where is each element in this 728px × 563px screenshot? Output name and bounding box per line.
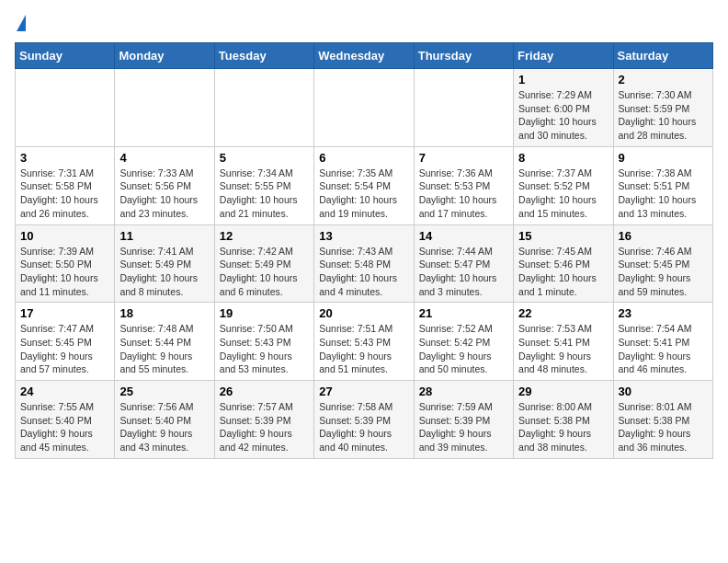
day-info: Sunrise: 7:31 AMSunset: 5:58 PMDaylight:… — [20, 167, 109, 221]
day-number: 16 — [619, 229, 708, 243]
day-number: 19 — [220, 306, 309, 320]
day-number: 6 — [319, 151, 408, 165]
logo-triangle-icon — [17, 15, 26, 31]
day-info: Sunrise: 7:48 AMSunset: 5:44 PMDaylight:… — [119, 322, 209, 376]
calendar-cell: 21Sunrise: 7:52 AMSunset: 5:42 PMDayligh… — [414, 303, 513, 381]
calendar-cell: 5Sunrise: 7:34 AMSunset: 5:55 PMDaylight… — [214, 146, 313, 224]
calendar-cell — [214, 69, 313, 147]
calendar-cell — [115, 69, 214, 147]
calendar-cell: 25Sunrise: 7:56 AMSunset: 5:40 PMDayligh… — [115, 381, 214, 459]
day-info: Sunrise: 7:54 AMSunset: 5:41 PMDaylight:… — [619, 322, 708, 376]
day-number: 26 — [220, 385, 309, 398]
day-info: Sunrise: 7:42 AMSunset: 5:49 PMDaylight:… — [220, 245, 309, 299]
day-number: 5 — [220, 151, 309, 165]
calendar-cell: 15Sunrise: 7:45 AMSunset: 5:46 PMDayligh… — [514, 224, 613, 303]
calendar-cell: 27Sunrise: 7:58 AMSunset: 5:39 PMDayligh… — [314, 381, 414, 459]
calendar-week-row: 17Sunrise: 7:47 AMSunset: 5:45 PMDayligh… — [16, 303, 713, 381]
day-number: 9 — [619, 151, 708, 165]
calendar-cell: 26Sunrise: 7:57 AMSunset: 5:39 PMDayligh… — [214, 381, 313, 459]
calendar-cell: 6Sunrise: 7:35 AMSunset: 5:54 PMDaylight… — [314, 146, 414, 224]
calendar-cell: 12Sunrise: 7:42 AMSunset: 5:49 PMDayligh… — [214, 224, 313, 303]
calendar-cell: 2Sunrise: 7:30 AMSunset: 5:59 PMDaylight… — [613, 69, 712, 147]
calendar-cell: 3Sunrise: 7:31 AMSunset: 5:58 PMDaylight… — [16, 146, 115, 224]
day-number: 23 — [619, 306, 708, 320]
calendar-cell: 16Sunrise: 7:46 AMSunset: 5:45 PMDayligh… — [613, 224, 712, 303]
day-info: Sunrise: 7:45 AMSunset: 5:46 PMDaylight:… — [518, 245, 608, 299]
calendar-cell: 14Sunrise: 7:44 AMSunset: 5:47 PMDayligh… — [414, 224, 513, 303]
calendar-cell: 11Sunrise: 7:41 AMSunset: 5:49 PMDayligh… — [115, 224, 214, 303]
day-info: Sunrise: 7:47 AMSunset: 5:45 PMDaylight:… — [20, 322, 109, 376]
calendar-week-row: 1Sunrise: 7:29 AMSunset: 6:00 PMDaylight… — [16, 69, 713, 147]
calendar-cell — [16, 69, 115, 147]
day-number: 18 — [119, 306, 209, 320]
day-info: Sunrise: 7:52 AMSunset: 5:42 PMDaylight:… — [419, 322, 508, 376]
calendar-cell: 10Sunrise: 7:39 AMSunset: 5:50 PMDayligh… — [16, 224, 115, 303]
day-number: 11 — [119, 229, 209, 243]
day-number: 10 — [20, 229, 109, 243]
dow-header: Wednesday — [314, 43, 414, 69]
day-info: Sunrise: 7:59 AMSunset: 5:39 PMDaylight:… — [419, 400, 508, 454]
dow-header: Saturday — [613, 43, 712, 69]
day-number: 15 — [518, 229, 608, 243]
day-number: 4 — [119, 151, 209, 165]
day-info: Sunrise: 7:56 AMSunset: 5:40 PMDaylight:… — [119, 400, 209, 454]
calendar-cell: 20Sunrise: 7:51 AMSunset: 5:43 PMDayligh… — [314, 303, 414, 381]
calendar-cell: 19Sunrise: 7:50 AMSunset: 5:43 PMDayligh… — [214, 303, 313, 381]
day-number: 13 — [319, 229, 408, 243]
day-info: Sunrise: 7:50 AMSunset: 5:43 PMDaylight:… — [220, 322, 309, 376]
day-info: Sunrise: 7:30 AMSunset: 5:59 PMDaylight:… — [619, 88, 708, 143]
page-header — [15, 15, 713, 31]
day-info: Sunrise: 7:39 AMSunset: 5:50 PMDaylight:… — [20, 245, 109, 299]
day-number: 21 — [419, 306, 508, 320]
day-number: 14 — [419, 229, 508, 243]
calendar-cell — [414, 69, 513, 147]
logo — [15, 15, 26, 31]
day-number: 27 — [319, 385, 408, 398]
day-info: Sunrise: 7:35 AMSunset: 5:54 PMDaylight:… — [319, 167, 408, 221]
day-info: Sunrise: 7:53 AMSunset: 5:41 PMDaylight:… — [518, 322, 608, 376]
calendar-cell: 23Sunrise: 7:54 AMSunset: 5:41 PMDayligh… — [613, 303, 712, 381]
calendar-cell: 28Sunrise: 7:59 AMSunset: 5:39 PMDayligh… — [414, 381, 513, 459]
day-info: Sunrise: 8:00 AMSunset: 5:38 PMDaylight:… — [518, 400, 608, 454]
dow-header: Thursday — [414, 43, 513, 69]
calendar-cell: 17Sunrise: 7:47 AMSunset: 5:45 PMDayligh… — [16, 303, 115, 381]
day-info: Sunrise: 7:43 AMSunset: 5:48 PMDaylight:… — [319, 245, 408, 299]
day-info: Sunrise: 7:41 AMSunset: 5:49 PMDaylight:… — [119, 245, 209, 299]
calendar-cell: 1Sunrise: 7:29 AMSunset: 6:00 PMDaylight… — [514, 69, 613, 147]
day-number: 30 — [619, 385, 708, 398]
day-number: 2 — [619, 73, 708, 86]
day-number: 20 — [319, 306, 408, 320]
day-info: Sunrise: 7:51 AMSunset: 5:43 PMDaylight:… — [319, 322, 408, 376]
dow-header: Monday — [115, 43, 214, 69]
day-info: Sunrise: 7:33 AMSunset: 5:56 PMDaylight:… — [119, 167, 209, 221]
day-number: 22 — [518, 306, 608, 320]
day-number: 25 — [119, 385, 209, 398]
calendar-cell: 13Sunrise: 7:43 AMSunset: 5:48 PMDayligh… — [314, 224, 414, 303]
calendar-cell: 22Sunrise: 7:53 AMSunset: 5:41 PMDayligh… — [514, 303, 613, 381]
calendar-cell: 24Sunrise: 7:55 AMSunset: 5:40 PMDayligh… — [16, 381, 115, 459]
day-number: 12 — [220, 229, 309, 243]
calendar-cell — [314, 69, 414, 147]
day-info: Sunrise: 7:34 AMSunset: 5:55 PMDaylight:… — [220, 167, 309, 221]
day-number: 3 — [20, 151, 109, 165]
calendar-cell: 4Sunrise: 7:33 AMSunset: 5:56 PMDaylight… — [115, 146, 214, 224]
calendar-cell: 18Sunrise: 7:48 AMSunset: 5:44 PMDayligh… — [115, 303, 214, 381]
day-info: Sunrise: 7:44 AMSunset: 5:47 PMDaylight:… — [419, 245, 508, 299]
day-info: Sunrise: 7:58 AMSunset: 5:39 PMDaylight:… — [319, 400, 408, 454]
calendar-week-row: 24Sunrise: 7:55 AMSunset: 5:40 PMDayligh… — [16, 381, 713, 459]
day-info: Sunrise: 7:38 AMSunset: 5:51 PMDaylight:… — [619, 167, 708, 221]
day-info: Sunrise: 7:37 AMSunset: 5:52 PMDaylight:… — [518, 167, 608, 221]
calendar-cell: 7Sunrise: 7:36 AMSunset: 5:53 PMDaylight… — [414, 146, 513, 224]
dow-header: Sunday — [16, 43, 115, 69]
day-info: Sunrise: 7:29 AMSunset: 6:00 PMDaylight:… — [518, 88, 608, 143]
calendar-cell: 9Sunrise: 7:38 AMSunset: 5:51 PMDaylight… — [613, 146, 712, 224]
day-number: 8 — [518, 151, 608, 165]
day-number: 1 — [518, 73, 608, 86]
day-info: Sunrise: 7:55 AMSunset: 5:40 PMDaylight:… — [20, 400, 109, 454]
calendar-week-row: 3Sunrise: 7:31 AMSunset: 5:58 PMDaylight… — [16, 146, 713, 224]
day-number: 24 — [20, 385, 109, 398]
calendar-cell: 30Sunrise: 8:01 AMSunset: 5:38 PMDayligh… — [613, 381, 712, 459]
calendar-cell: 29Sunrise: 8:00 AMSunset: 5:38 PMDayligh… — [514, 381, 613, 459]
day-info: Sunrise: 7:57 AMSunset: 5:39 PMDaylight:… — [220, 400, 309, 454]
calendar-week-row: 10Sunrise: 7:39 AMSunset: 5:50 PMDayligh… — [16, 224, 713, 303]
